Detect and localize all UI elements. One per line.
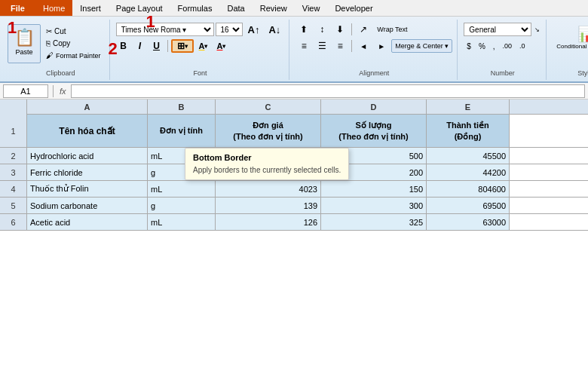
menu-review[interactable]: Review [253, 0, 295, 16]
number-format-select[interactable]: General [464, 23, 531, 36]
cell-A3[interactable]: Ferric chloride [27, 164, 148, 180]
cell-C5[interactable]: 139 [216, 198, 321, 213]
tooltip-description: Apply borders to the currently selected … [193, 165, 341, 175]
number-group-label: Number [459, 69, 546, 77]
cell-E5[interactable]: 69500 [427, 198, 510, 213]
cell-A6[interactable]: Acetic acid [27, 214, 148, 230]
menu-home[interactable]: Home [35, 0, 72, 16]
cell-A4[interactable]: Thuốc thử Folin [27, 181, 148, 197]
menu-data[interactable]: Data [219, 0, 252, 16]
formula-input[interactable] [71, 84, 585, 98]
decrease-indent-button[interactable]: ◄ [355, 39, 372, 53]
app-container: File Home Insert Page Layout Formulas Da… [0, 0, 588, 392]
cell-C6[interactable]: 126 [216, 214, 321, 230]
dollar-button[interactable]: $ [464, 39, 474, 53]
bottom-align-button[interactable]: ⬇ [332, 23, 348, 36]
col-header-C[interactable]: C [216, 100, 321, 114]
underline-button[interactable]: U [149, 39, 164, 53]
tooltip-title: Bottom Border [193, 153, 341, 162]
increase-decimal-button[interactable]: .00 [500, 39, 516, 53]
percent-button[interactable]: % [476, 39, 488, 53]
increase-font-button[interactable]: A↑ [244, 23, 264, 36]
border-tooltip: Bottom Border Apply borders to the curre… [185, 148, 349, 180]
row-num-4: 4 [0, 181, 27, 197]
text-angle-button[interactable]: ↗ [355, 23, 372, 36]
cell-E4[interactable]: 804600 [427, 181, 510, 197]
conditional-formatting-button[interactable]: 📊 Conditional Formatting [553, 23, 588, 53]
cell-A5[interactable]: Sodium carbonate [27, 198, 148, 213]
font-divider [167, 40, 168, 52]
conditional-format-label: Conditional Formatting [556, 43, 588, 51]
col-header-A[interactable]: A [27, 100, 148, 114]
formula-bar-divider [53, 85, 54, 97]
cell-reference-input[interactable] [3, 84, 48, 98]
styles-group-content: 📊 Conditional Formatting [553, 21, 588, 63]
fill-color-button[interactable]: A ▾ [195, 39, 212, 53]
border-button[interactable]: ⊞ ▾ [171, 39, 194, 53]
cell-A1[interactable]: Tên hóa chất [27, 115, 148, 147]
menu-bar: File Home Insert Page Layout Formulas Da… [0, 0, 588, 17]
decrease-font-button[interactable]: A↓ [265, 23, 284, 36]
comma-button[interactable]: , [490, 39, 498, 53]
menu-developer[interactable]: Developer [327, 0, 380, 16]
menu-page-layout[interactable]: Page Layout [109, 0, 170, 16]
col-header-D[interactable]: D [321, 100, 427, 114]
cell-D4[interactable]: 150 [321, 181, 427, 197]
menu-view[interactable]: View [295, 0, 328, 16]
font-size-select[interactable]: 16 [216, 23, 243, 36]
copy-button[interactable]: ⎘ Copy [42, 38, 105, 49]
cell-C4[interactable]: 4023 [216, 181, 321, 197]
cell-B4[interactable]: mL [148, 181, 216, 197]
cell-E3[interactable]: 44200 [427, 164, 510, 180]
cell-B5[interactable]: g [148, 198, 216, 213]
number-row2: $ % , .00 .0 [464, 39, 541, 53]
cell-C1[interactable]: Đơn giá(Theo đơn vị tính) [216, 115, 321, 147]
fx-label: fx [60, 87, 66, 96]
cell-E1[interactable]: Thành tiền(Đồng) [427, 115, 510, 147]
font-color-button[interactable]: A ▾ [213, 39, 229, 53]
menu-insert[interactable]: Insert [72, 0, 109, 16]
cell-D5[interactable]: 300 [321, 198, 427, 213]
right-align-button[interactable]: ≡ [332, 39, 348, 53]
menu-file[interactable]: File [0, 0, 35, 16]
col-header-B[interactable]: B [148, 100, 216, 114]
format-painter-button[interactable]: 🖌 Format Painter [42, 50, 105, 61]
cell-B6[interactable]: mL [148, 214, 216, 230]
merge-center-button[interactable]: Merge & Center ▾ [391, 39, 452, 53]
italic-button[interactable]: I [133, 39, 148, 53]
cell-D6[interactable]: 325 [321, 214, 427, 230]
col-header-E[interactable]: E [427, 100, 510, 114]
decrease-decimal-button[interactable]: .0 [516, 39, 528, 53]
table-row: 5 Sodium carbonate g 139 300 69500 [0, 198, 588, 214]
menu-formulas[interactable]: Formulas [170, 0, 220, 16]
clipboard-group-label: Clipboard [8, 69, 114, 77]
font-group-label: Font [112, 69, 289, 77]
paste-label: Paste [15, 48, 32, 56]
cell-E2[interactable]: 45500 [427, 148, 510, 164]
paste-button[interactable]: 📋 Paste [8, 24, 41, 63]
copy-icon: ⎘ [46, 39, 51, 47]
number-row1: General ↘ [464, 23, 541, 36]
row-num-2: 2 [0, 148, 27, 164]
center-align-button[interactable]: ☰ [314, 39, 330, 53]
cell-A2[interactable]: Hydrochloric acid [27, 148, 148, 164]
cell-E6[interactable]: 63000 [427, 214, 510, 230]
font-name-select[interactable]: Times New Roma ▾ [116, 23, 214, 36]
middle-align-button[interactable]: ↕ [314, 23, 330, 36]
align-divider [351, 23, 352, 35]
cell-B1[interactable]: Đơn vị tính [148, 115, 216, 147]
cut-button[interactable]: ✂ Cut [42, 26, 105, 37]
cell-D1[interactable]: Số lượng(Theo đơn vị tính) [321, 115, 427, 147]
alignment-group-content: ⬆ ↕ ⬇ ↗ Wrap Text ≡ ☰ ≡ ◄ ► Merge & Ce [296, 21, 452, 65]
left-align-button[interactable]: ≡ [296, 39, 312, 53]
number-expand-button[interactable]: ↘ [533, 26, 541, 33]
align-row1: ⬆ ↕ ⬇ ↗ Wrap Text [296, 23, 452, 36]
wrap-text-button[interactable]: Wrap Text [373, 23, 411, 36]
border-dropdown-icon: ▾ [185, 43, 188, 50]
bold-button[interactable]: B [116, 39, 131, 53]
increase-indent-button[interactable]: ► [373, 39, 390, 53]
cut-icon: ✂ [46, 27, 52, 35]
row-num-5: 5 [0, 198, 27, 213]
top-align-button[interactable]: ⬆ [296, 23, 312, 36]
clipboard-group: 📋 Paste ✂ Cut ⎘ Copy 🖌 Format Pain [3, 20, 110, 80]
